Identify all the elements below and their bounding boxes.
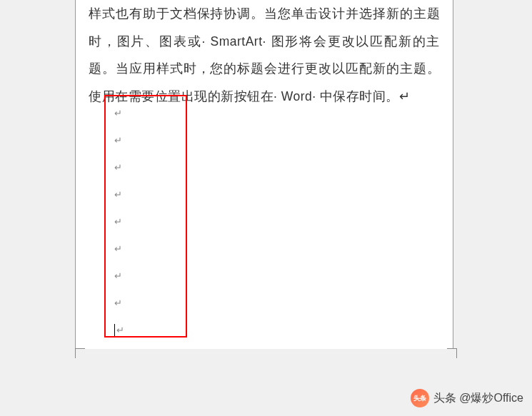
paragraph-mark-icon: ↵ [114, 189, 122, 201]
empty-paragraph[interactable]: ↵ [114, 317, 186, 344]
page-content: 样式也有助于文档保持协调。当您单击设计并选择新的主题时，图片、图表或· Smar… [76, 0, 453, 110]
watermark-prefix: 头条 [433, 392, 456, 404]
paragraph-mark-icon: ↵ [114, 162, 122, 173]
text-cursor [114, 324, 115, 337]
paragraph-mark-icon: ↵ [114, 298, 122, 309]
empty-paragraph[interactable]: ↵ [114, 100, 186, 127]
paragraph-mark-icon: ↵ [114, 216, 122, 228]
empty-paragraph[interactable]: ↵ [114, 235, 186, 263]
body-paragraph[interactable]: 样式也有助于文档保持协调。当您单击设计并选择新的主题时，图片、图表或· Smar… [89, 0, 440, 110]
empty-paragraphs-region[interactable]: ↵ ↵ ↵ ↵ ↵ ↵ ↵ ↵ ↵ [114, 100, 186, 344]
empty-paragraph[interactable]: ↵ [114, 290, 186, 317]
paragraph-mark-icon: ↵ [114, 270, 122, 282]
watermark-handle: @爆炒Office [459, 392, 523, 404]
watermark-avatar-icon: 头条 [411, 389, 429, 407]
empty-paragraph[interactable]: ↵ [114, 263, 186, 290]
empty-paragraph[interactable]: ↵ [114, 154, 186, 181]
paragraph-mark-icon: ↵ [114, 108, 122, 119]
paragraph-mark-icon: ↵ [114, 135, 122, 146]
paragraph-mark-icon: ↵ [116, 325, 124, 336]
page-margin-corner-left [75, 348, 89, 362]
empty-paragraph[interactable]: ↵ [114, 127, 186, 154]
empty-paragraph[interactable]: ↵ [114, 181, 186, 208]
watermark-text: 头条 @爆炒Office [433, 391, 523, 406]
watermark: 头条 头条 @爆炒Office [411, 389, 523, 407]
page-margin-corner-right [443, 348, 457, 362]
empty-paragraph[interactable]: ↵ [114, 208, 186, 235]
paragraph-mark-icon: ↵ [114, 243, 122, 255]
